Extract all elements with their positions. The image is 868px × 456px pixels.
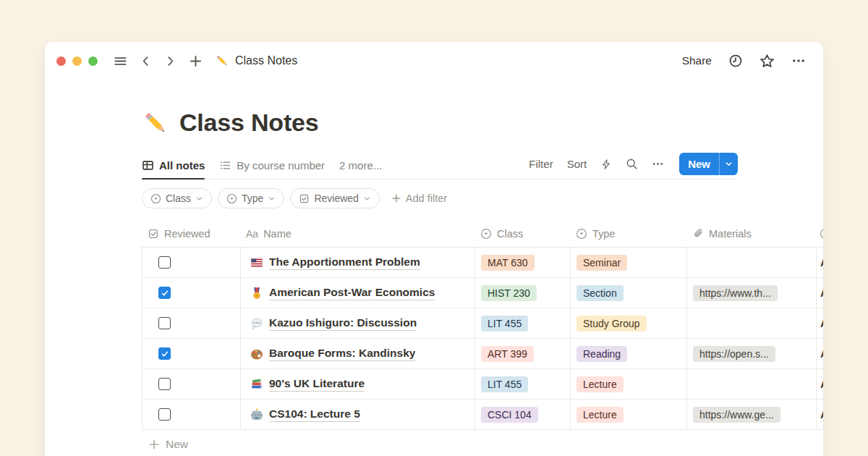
clipped-text: A bbox=[820, 287, 823, 299]
materials-link[interactable]: https://www.ge... bbox=[693, 407, 780, 423]
row-checkbox[interactable] bbox=[158, 408, 171, 421]
type-tag: Reading bbox=[576, 346, 627, 362]
share-button[interactable]: Share bbox=[682, 54, 712, 67]
forward-icon[interactable] bbox=[164, 55, 176, 67]
plus-icon bbox=[391, 193, 401, 203]
column-header-name[interactable]: Aa Name bbox=[240, 220, 475, 247]
books-icon bbox=[250, 378, 263, 391]
back-icon[interactable] bbox=[140, 55, 152, 67]
note-title-link[interactable]: American Post-War Economics bbox=[269, 286, 435, 300]
filter-pill-reviewed[interactable]: Reviewed bbox=[290, 188, 379, 208]
filter-pill-label: Type bbox=[242, 193, 263, 204]
column-header-clipped[interactable] bbox=[816, 220, 823, 247]
name-cell[interactable]: 90's UK Literature bbox=[240, 369, 475, 399]
view-tabs: All notes By course number 2 more... bbox=[142, 159, 382, 179]
name-cell[interactable]: Kazuo Ishiguro: Discussion bbox=[240, 308, 475, 338]
hamburger-icon[interactable] bbox=[114, 54, 127, 68]
row-checkbox[interactable] bbox=[158, 347, 171, 360]
star-icon[interactable] bbox=[760, 54, 775, 69]
reviewed-cell[interactable] bbox=[142, 400, 240, 429]
type-cell[interactable]: Seminar bbox=[570, 248, 686, 277]
materials-link[interactable]: https://open.s... bbox=[693, 346, 775, 362]
row-checkbox[interactable] bbox=[158, 317, 171, 329]
clock-icon[interactable] bbox=[728, 54, 743, 68]
more-icon[interactable] bbox=[791, 54, 806, 68]
column-header-class[interactable]: Class bbox=[475, 220, 570, 247]
materials-cell[interactable]: https://www.ge... bbox=[686, 400, 816, 429]
clipped-cell: A bbox=[816, 308, 823, 338]
sort-button[interactable]: Sort bbox=[567, 158, 587, 170]
type-cell[interactable]: Section bbox=[570, 278, 686, 308]
materials-cell[interactable] bbox=[686, 369, 816, 399]
column-header-reviewed[interactable]: Reviewed bbox=[142, 220, 240, 247]
name-cell[interactable]: The Apportionment Problem bbox=[240, 248, 475, 277]
type-cell[interactable]: Reading bbox=[570, 339, 686, 368]
new-page-icon[interactable] bbox=[189, 54, 203, 68]
close-window-button[interactable] bbox=[56, 56, 66, 66]
pencil-icon[interactable] bbox=[142, 109, 169, 137]
table-row: Baroque Forms: Kandinsky ART 399 Reading… bbox=[142, 339, 823, 369]
new-dropdown-button[interactable] bbox=[719, 153, 738, 175]
pencil-icon bbox=[215, 54, 229, 68]
clipped-cell: A bbox=[816, 339, 823, 368]
note-title-link[interactable]: Kazuo Ishiguro: Discussion bbox=[269, 316, 417, 331]
class-cell[interactable]: MAT 630 bbox=[475, 248, 570, 277]
chevron-down-icon bbox=[363, 195, 371, 203]
materials-cell[interactable] bbox=[686, 248, 816, 277]
breadcrumb-title: Class Notes bbox=[235, 54, 297, 67]
class-cell[interactable]: CSCI 104 bbox=[475, 400, 570, 429]
name-cell[interactable]: American Post-War Economics bbox=[240, 278, 475, 308]
class-tag: LIT 455 bbox=[481, 316, 528, 332]
class-cell[interactable]: LIT 455 bbox=[475, 369, 570, 399]
class-cell[interactable]: HIST 230 bbox=[475, 278, 570, 308]
lightning-icon[interactable] bbox=[600, 159, 612, 170]
row-checkbox[interactable] bbox=[158, 378, 171, 390]
name-cell[interactable]: CS104: Lecture 5 bbox=[240, 400, 475, 429]
clipped-text: A bbox=[820, 318, 823, 329]
zoom-window-button[interactable] bbox=[88, 56, 98, 66]
reviewed-cell[interactable] bbox=[142, 278, 240, 308]
row-checkbox[interactable] bbox=[158, 287, 171, 299]
new-button[interactable]: New bbox=[679, 153, 719, 175]
type-cell[interactable]: Lecture bbox=[570, 400, 686, 429]
class-cell[interactable]: ART 399 bbox=[475, 339, 570, 368]
reviewed-cell[interactable] bbox=[142, 339, 240, 368]
materials-cell[interactable]: https://open.s... bbox=[686, 339, 816, 368]
materials-cell[interactable] bbox=[686, 308, 816, 338]
column-header-materials[interactable]: Materials bbox=[686, 220, 816, 247]
filter-button[interactable]: Filter bbox=[529, 158, 553, 170]
clipped-text: A bbox=[820, 348, 823, 360]
note-title-link[interactable]: CS104: Lecture 5 bbox=[269, 408, 360, 422]
name-cell[interactable]: Baroque Forms: Kandinsky bbox=[240, 339, 475, 368]
filter-pill-type[interactable]: Type bbox=[218, 188, 284, 208]
reviewed-cell[interactable] bbox=[142, 308, 240, 338]
column-header-type[interactable]: Type bbox=[570, 220, 686, 247]
row-checkbox[interactable] bbox=[158, 256, 171, 269]
search-icon[interactable] bbox=[626, 158, 638, 170]
new-row-label: New bbox=[166, 438, 188, 451]
note-title-link[interactable]: 90's UK Literature bbox=[269, 377, 365, 392]
minimize-window-button[interactable] bbox=[72, 56, 82, 66]
chevron-down-icon bbox=[724, 159, 733, 169]
add-filter-button[interactable]: Add filter bbox=[391, 193, 447, 204]
more-icon[interactable] bbox=[652, 158, 664, 170]
type-cell[interactable]: Study Group bbox=[570, 308, 686, 338]
tab-more-views[interactable]: 2 more... bbox=[339, 159, 382, 179]
reviewed-cell[interactable] bbox=[142, 369, 240, 399]
note-title-link[interactable]: Baroque Forms: Kandinsky bbox=[269, 347, 415, 361]
breadcrumb[interactable]: Class Notes bbox=[215, 54, 297, 68]
tab-by-course-number[interactable]: By course number bbox=[219, 159, 325, 179]
reviewed-cell[interactable] bbox=[142, 248, 240, 277]
class-tag: MAT 630 bbox=[481, 255, 535, 271]
note-title-link[interactable]: The Apportionment Problem bbox=[269, 256, 420, 270]
select-icon bbox=[820, 228, 823, 240]
filter-pill-class[interactable]: Class bbox=[142, 188, 212, 208]
materials-link[interactable]: https://www.th... bbox=[693, 285, 778, 301]
materials-cell[interactable]: https://www.th... bbox=[686, 278, 816, 308]
class-tag: LIT 455 bbox=[481, 376, 528, 392]
type-cell[interactable]: Lecture bbox=[570, 369, 686, 399]
class-cell[interactable]: LIT 455 bbox=[475, 308, 570, 338]
check-icon bbox=[161, 289, 169, 297]
new-row-button[interactable]: New bbox=[142, 430, 823, 456]
tab-all-notes[interactable]: All notes bbox=[142, 159, 205, 179]
